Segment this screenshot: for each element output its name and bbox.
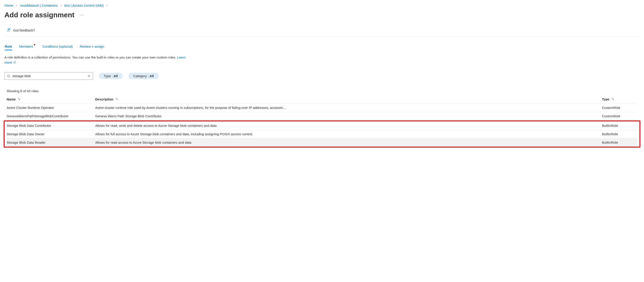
category-filter-label: Category : [133,74,150,78]
cell-description: Allows for full access to Azure Storage … [95,132,602,136]
table-header: Name Description Type [7,96,637,103]
helper-text-content: A role definition is a collection of per… [4,55,177,59]
clear-icon[interactable] [88,74,90,78]
external-link-icon [13,61,16,64]
type-filter-pill[interactable]: Type : All [99,73,123,79]
breadcrumb-link[interactable]: mvaddataset | Containers [20,4,58,7]
more-actions-icon[interactable]: ··· [80,13,84,17]
svg-point-1 [7,75,9,77]
table-row[interactable]: Storage Blob Data ContributorAllows for … [7,121,637,130]
chevron-right-icon [60,5,62,7]
title-row: Add role assignment ··· [4,11,640,26]
page-title: Add role assignment [4,11,74,19]
feedback-link[interactable]: Got feedback? [4,26,640,37]
sort-icon [611,97,614,101]
tab-label: Conditions (optional) [42,45,73,48]
chevron-right-icon [16,5,18,7]
cell-name: Avere Cluster Runtime Operator [7,106,95,109]
tab-review-assign[interactable]: Review + assign [80,45,104,50]
cell-type: BuiltInRole [602,140,637,144]
table-row[interactable]: GenevaWarmPathStorageBlobContributorGene… [7,112,637,120]
column-type-label: Type [602,97,610,101]
table-row[interactable]: Avere Cluster Runtime OperatorAvere clus… [7,103,637,112]
cell-description: Allows for read, write and delete access… [95,124,602,127]
column-name-label: Name [7,97,16,101]
cell-name: GenevaWarmPathStorageBlobContributor [7,114,95,118]
column-header-type[interactable]: Type [602,97,637,101]
category-filter-value: All [150,74,154,78]
search-icon [7,74,10,78]
helper-text: A role definition is a collection of per… [4,50,186,65]
feedback-icon [7,28,11,32]
highlight-annotation: Storage Blob Data ContributorAllows for … [4,120,640,148]
column-description-label: Description [95,97,114,101]
tab-label: Members [19,45,33,48]
filter-row: Type : All Category : All [4,65,640,80]
cell-type: BuiltInRole [602,124,637,127]
attention-dot-icon [34,44,35,45]
type-filter-label: Type : [104,74,114,78]
svg-point-0 [8,29,9,30]
type-filter-value: All [114,74,118,78]
results-count: Showing 6 of 43 roles [4,80,640,96]
tab-label: Review + assign [80,45,104,48]
breadcrumb-link[interactable]: test | Access Control (IAM) [64,4,104,7]
breadcrumb: Homemvaddataset | Containerstest | Acces… [4,2,640,11]
cell-description: Geneva Warm Path Storage Blob Contributo… [95,114,602,118]
tab-members[interactable]: Members [19,45,36,50]
category-filter-pill[interactable]: Category : All [128,73,159,79]
column-header-name[interactable]: Name [7,97,95,101]
sort-icon [115,97,118,101]
cell-type: BuiltInRole [602,132,637,136]
breadcrumb-link[interactable]: Home [4,4,13,7]
cell-type: CustomRole [602,106,637,109]
cell-description: Avere cluster runtime role used by Avere… [95,106,602,109]
cell-name: Storage Blob Data Reader [7,140,95,144]
tab-role[interactable]: Role [5,45,12,50]
search-input[interactable] [12,74,85,78]
cell-name: Storage Blob Data Contributor [7,124,95,127]
feedback-label: Got feedback? [13,28,35,32]
table-row[interactable]: Storage Blob Data OwnerAllows for full a… [7,130,637,138]
table-row[interactable]: Storage Blob Data ReaderAllows for read … [7,138,637,147]
cell-type: CustomRole [602,114,637,118]
table-body: Avere Cluster Runtime OperatorAvere clus… [7,103,637,148]
search-box[interactable] [4,72,93,80]
cell-description: Allows for read access to Azure Storage … [95,140,602,144]
sort-icon [18,97,20,101]
column-header-description[interactable]: Description [95,97,602,101]
tab-label: Role [5,45,12,48]
tabs: RoleMembersConditions (optional)Review +… [4,37,640,50]
chevron-right-icon [106,5,108,7]
tab-conditions-optional-[interactable]: Conditions (optional) [42,45,73,50]
roles-table: Name Description Type Avere Cluster Runt… [4,96,640,148]
cell-name: Storage Blob Data Owner [7,132,95,136]
